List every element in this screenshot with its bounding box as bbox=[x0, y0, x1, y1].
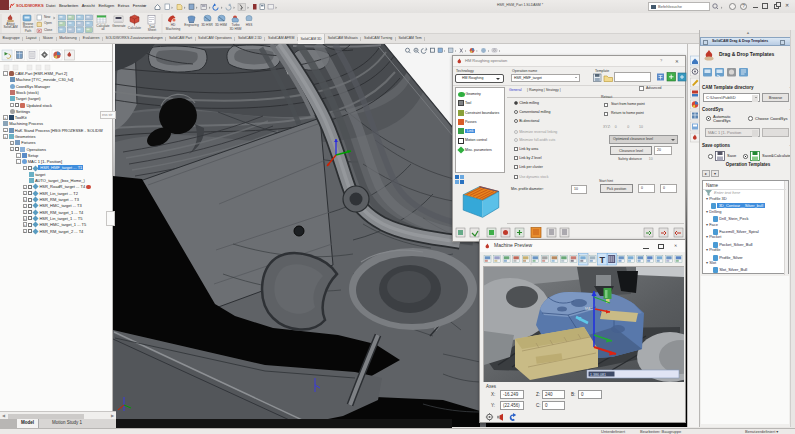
svg-text:1.386.081: 1.386.081 bbox=[590, 373, 606, 377]
svg-text:T: T bbox=[600, 255, 606, 265]
svg-text:MAC: MAC bbox=[585, 307, 593, 311]
